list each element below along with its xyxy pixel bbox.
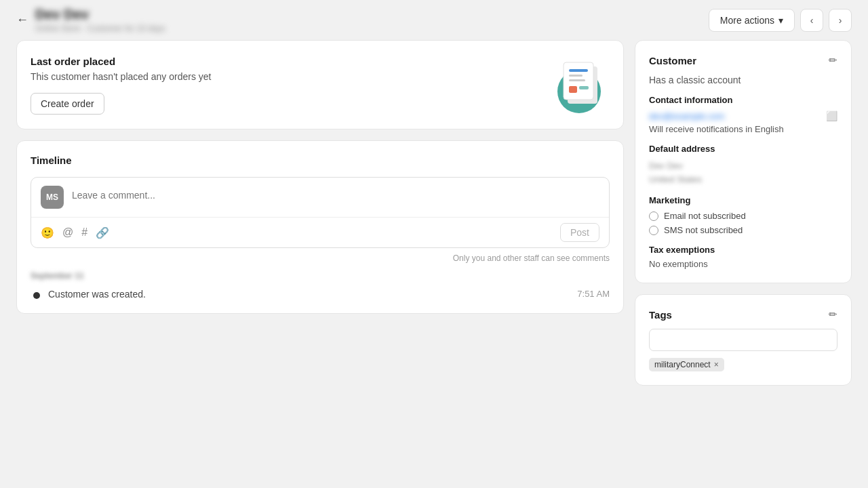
nav-next-button[interactable]: › — [829, 9, 852, 32]
order-illustration — [542, 54, 610, 115]
tags-edit-icon[interactable]: ✏ — [829, 308, 837, 321]
timeline-dot — [33, 292, 40, 299]
timeline-card: Timeline MS 🙂 @ # 🔗 Post Only you and ot… — [16, 140, 624, 314]
back-button[interactable]: ← — [16, 13, 28, 27]
svg-rect-5 — [569, 79, 585, 81]
header-left: ← Dev Dev Online Store · Customer for 10… — [16, 7, 165, 33]
tag-remove-button[interactable]: × — [714, 360, 719, 369]
customer-section-title: Customer — [649, 55, 696, 66]
tags-section-header: Tags ✏ — [649, 308, 837, 321]
default-address-section: Default address Dev Dev United States — [649, 144, 837, 186]
timeline-event: Customer was created. 7:51 AM — [31, 289, 610, 300]
left-column: Last order placed This customer hasn't p… — [16, 40, 624, 458]
contact-email[interactable]: dev@example.com — [649, 111, 724, 121]
copy-icon[interactable]: ⬜ — [826, 110, 837, 121]
address-line2: United States — [649, 173, 837, 186]
tags-card: Tags ✏ militaryConnect × — [635, 294, 852, 386]
contact-lang: Will receive notifications in English — [649, 124, 837, 134]
title-area: Dev Dev Online Store · Customer for 10 d… — [35, 7, 165, 33]
marketing-section: Marketing Email not subscribed SMS not s… — [649, 195, 837, 235]
svg-rect-7 — [579, 86, 589, 89]
customer-section-header: Customer ✏ — [649, 54, 837, 66]
sms-radio[interactable] — [649, 226, 658, 235]
customer-account-type: Has a classic account — [649, 75, 837, 85]
comment-box: MS 🙂 @ # 🔗 Post — [31, 177, 610, 248]
header: ← Dev Dev Online Store · Customer for 10… — [0, 0, 868, 40]
more-actions-button[interactable]: More actions — [709, 9, 795, 32]
comment-input-row: MS — [31, 178, 609, 217]
contact-email-row: dev@example.com ⬜ — [649, 110, 837, 121]
last-order-card: Last order placed This customer hasn't p… — [16, 40, 624, 129]
last-order-title: Last order placed — [31, 56, 211, 67]
address-line1: Dev Dev — [649, 159, 837, 173]
email-subscription-label: Email not subscribed — [664, 211, 746, 221]
svg-rect-3 — [569, 69, 588, 72]
comment-input[interactable] — [72, 186, 599, 201]
timeline-event-time: 7:51 AM — [577, 289, 610, 299]
avatar: MS — [41, 186, 64, 209]
main-content: Last order placed This customer hasn't p… — [0, 40, 868, 474]
svg-rect-4 — [569, 75, 583, 77]
tag-list: militaryConnect × — [649, 358, 837, 371]
page-title: Dev Dev — [35, 7, 165, 22]
tags-section-title: Tags — [649, 309, 672, 321]
sms-subscription-label: SMS not subscribed — [664, 225, 743, 235]
tags-input[interactable] — [649, 329, 837, 351]
header-right: More actions ‹ › — [709, 9, 852, 32]
breadcrumb: Online Store · Customer for 10 days — [35, 24, 165, 33]
tax-section: Tax exemptions No exemptions — [649, 245, 837, 269]
email-subscription-row: Email not subscribed — [649, 211, 837, 221]
customer-edit-icon[interactable]: ✏ — [829, 54, 837, 66]
comment-note: Only you and other staff can see comment… — [31, 253, 610, 263]
hashtag-icon[interactable]: # — [81, 226, 87, 239]
timeline-title: Timeline — [31, 155, 610, 166]
mention-icon[interactable]: @ — [62, 226, 73, 239]
create-order-button[interactable]: Create order — [31, 93, 104, 115]
contact-info-title: Contact information — [649, 95, 837, 105]
tag-item: militaryConnect × — [649, 358, 724, 371]
tax-value: No exemptions — [649, 259, 837, 269]
last-order-desc: This customer hasn't placed any orders y… — [31, 71, 211, 82]
email-radio[interactable] — [649, 211, 658, 221]
customer-card: Customer ✏ Has a classic account Contact… — [635, 40, 852, 283]
chevron-down-icon — [778, 15, 783, 26]
svg-rect-6 — [569, 86, 577, 93]
post-button[interactable]: Post — [560, 223, 599, 242]
default-address-title: Default address — [649, 144, 837, 154]
tag-label: militaryConnect — [654, 360, 711, 369]
nav-prev-button[interactable]: ‹ — [800, 9, 823, 32]
comment-toolbar: 🙂 @ # 🔗 Post — [31, 217, 609, 247]
tax-title: Tax exemptions — [649, 245, 837, 255]
last-order-content: Last order placed This customer hasn't p… — [31, 56, 211, 115]
contact-info-section: Contact information dev@example.com ⬜ Wi… — [649, 95, 837, 134]
sms-subscription-row: SMS not subscribed — [649, 225, 837, 235]
timeline-section-date: September 11 — [31, 271, 610, 281]
timeline-event-text: Customer was created. — [48, 289, 569, 300]
marketing-title: Marketing — [649, 195, 837, 205]
emoji-icon[interactable]: 🙂 — [41, 226, 54, 239]
right-column: Customer ✏ Has a classic account Contact… — [635, 40, 852, 458]
link-icon[interactable]: 🔗 — [96, 226, 109, 239]
